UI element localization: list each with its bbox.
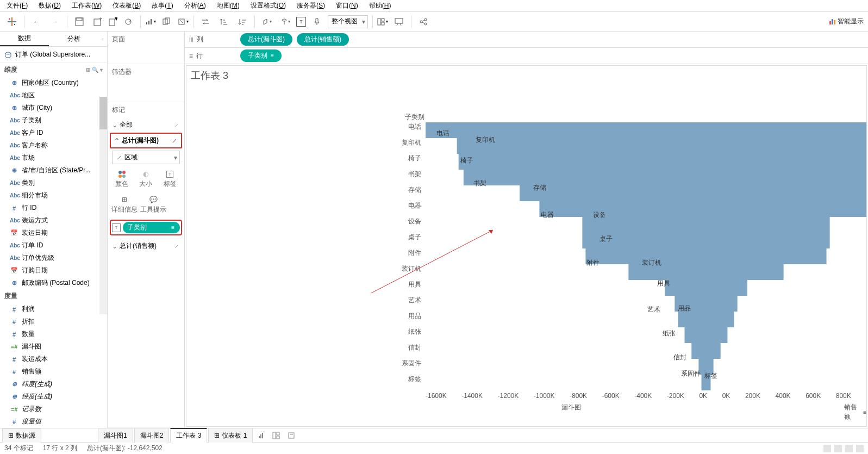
new-story-icon[interactable] (284, 430, 298, 441)
field-item[interactable]: Abc细分市场 (0, 189, 107, 202)
sort-desc-icon[interactable] (235, 14, 250, 29)
mark-color[interactable]: 颜色 (115, 170, 128, 189)
view-icon[interactable] (834, 445, 842, 452)
sheet-tab[interactable]: 漏斗图2 (134, 428, 170, 443)
label-icon[interactable]: T (296, 17, 306, 27)
swap-icon[interactable] (198, 14, 213, 29)
rows-shelf[interactable]: ≡行 子类别≡ (185, 48, 868, 64)
view-icon[interactable] (823, 445, 831, 452)
field-item[interactable]: Abc订单 ID (0, 239, 107, 252)
field-item[interactable]: Abc装运方式 (0, 214, 107, 227)
sheet-tab[interactable]: 工作表 3 (170, 428, 207, 443)
field-item[interactable]: #数量 (0, 328, 107, 340)
field-item[interactable]: Abc地区 (0, 89, 107, 102)
marks-funnel[interactable]: ⌃总计(漏斗图)⟋ (114, 136, 178, 145)
field-item[interactable]: #销售额 (0, 365, 107, 378)
mark-size[interactable]: ◐大小 (139, 170, 152, 189)
mark-detail[interactable]: ⊞详细信息 (111, 195, 138, 214)
forward-button[interactable]: → (47, 14, 63, 29)
field-item[interactable]: =#记录数 (0, 403, 107, 415)
funnel-data-label: 书架 (473, 179, 486, 188)
field-item[interactable]: ⊕纬度(生成) (0, 378, 107, 390)
main-area: 数据 分析 ◦ 订单 (Global Superstore... 维度 ⊞ 🔍 … (0, 32, 868, 428)
funnel-data-label: 设备 (593, 210, 606, 220)
field-item[interactable]: Abc客户 ID (0, 127, 107, 139)
mark-pill-subcategory[interactable]: T 子类别≡ (110, 220, 182, 235)
menu-o[interactable]: 设置格式(O) (246, 0, 290, 11)
new-datasource-icon[interactable]: + (90, 14, 105, 29)
field-item[interactable]: ⊕城市 (City) (0, 102, 107, 114)
save-icon[interactable] (72, 14, 87, 29)
field-item[interactable]: Abc市场 (0, 152, 107, 164)
share-icon[interactable] (416, 14, 431, 29)
field-item[interactable]: #利润 (0, 303, 107, 315)
highlight-icon[interactable]: ▾ (259, 14, 274, 29)
clear-icon[interactable]: ▾ (178, 18, 189, 26)
scrollbar[interactable] (99, 97, 107, 314)
row-pill-subcategory[interactable]: 子类别≡ (240, 49, 282, 62)
menu-a[interactable]: 分析(A) (180, 0, 210, 11)
mark-tooltip[interactable]: 💬工具提示 (140, 195, 166, 214)
new-dashboard-icon[interactable] (269, 430, 283, 441)
menu-t[interactable]: 故事(T) (147, 0, 177, 11)
field-item[interactable]: ⊕邮政编码 (Postal Code) (0, 277, 107, 289)
field-item[interactable]: ⊕经度(生成) (0, 390, 107, 403)
field-item[interactable]: Abc订单优先级 (0, 252, 107, 264)
pause-updates-icon[interactable]: ▾ (109, 17, 117, 26)
fit-select[interactable]: 整个视图 (328, 15, 368, 28)
show-cards-icon[interactable]: ▾ (377, 18, 388, 26)
menu-d[interactable]: 数据(D) (34, 0, 65, 11)
field-item[interactable]: 📅装运日期 (0, 227, 107, 239)
datasource-row[interactable]: 订单 (Global Superstore... (0, 47, 107, 63)
marks-all[interactable]: ⌄全部⟋ (108, 118, 184, 132)
new-sheet-icon[interactable]: ▾ (145, 18, 156, 26)
view-icon[interactable] (856, 445, 864, 452)
field-item[interactable]: Abc客户名称 (0, 139, 107, 152)
filters-shelf[interactable]: 筛选器 (108, 64, 184, 80)
smart-show-button[interactable]: 智能显示 (829, 17, 864, 26)
menu-s[interactable]: 服务器(S) (292, 0, 329, 11)
viz-canvas[interactable]: 工作表 3 子类别 电话复印机椅子书架存储电器设备桌子附件装订机用具艺术用品纸张… (186, 65, 867, 427)
duplicate-icon[interactable] (159, 14, 174, 29)
menu-m[interactable]: 地图(M) (213, 0, 244, 11)
back-button[interactable]: ← (29, 14, 44, 29)
marks-sales[interactable]: ⌄总计(销售额)⟋ (108, 239, 184, 253)
columns-shelf[interactable]: iii列 总计(漏斗图) 总计(销售额) (185, 32, 868, 48)
col-pill-funnel[interactable]: 总计(漏斗图) (240, 33, 292, 46)
x-title-right: 销售额≡ (844, 403, 866, 421)
tab-datasource[interactable]: ⊞数据源 (2, 428, 41, 443)
pages-shelf[interactable]: 页面 (108, 32, 184, 47)
field-item[interactable]: 📅订购日期 (0, 264, 107, 277)
funnel-data-label: 复印机 (476, 135, 495, 145)
sort-asc-icon[interactable] (216, 14, 232, 29)
field-item[interactable]: ⊕省/市/自治区 (State/Pr... (0, 164, 107, 177)
col-pill-sales[interactable]: 总计(销售额) (297, 33, 349, 46)
mark-label[interactable]: T标签 (164, 170, 177, 189)
field-item[interactable]: #折扣 (0, 315, 107, 328)
sheet-tab[interactable]: ⊞ 仪表板 1 (208, 428, 253, 443)
new-worksheet-icon[interactable]: + (254, 430, 268, 441)
menu-f[interactable]: 文件(F) (2, 0, 32, 11)
funnel-data-label: 椅子 (460, 156, 473, 165)
field-item[interactable]: #度量值 (0, 415, 107, 428)
presentation-icon[interactable] (391, 14, 407, 29)
menu-w[interactable]: 工作表(W) (67, 0, 106, 11)
menu-b[interactable]: 仪表板(B) (108, 0, 145, 11)
field-item[interactable]: #装运成本 (0, 353, 107, 365)
field-item[interactable]: #行 ID (0, 202, 107, 214)
menu-h[interactable]: 帮助(H) (365, 0, 396, 11)
pin-icon[interactable] (309, 14, 324, 29)
view-icon[interactable] (845, 445, 853, 452)
field-item[interactable]: ⊕国家/地区 (Country) (0, 77, 107, 89)
menu-n[interactable]: 窗口(N) (332, 0, 363, 11)
field-item[interactable]: =#漏斗图 (0, 340, 107, 353)
field-item[interactable]: Abc子类别 (0, 114, 107, 127)
tab-data[interactable]: 数据 (0, 32, 49, 46)
tab-analysis[interactable]: 分析 (49, 32, 98, 46)
separator (254, 16, 255, 28)
sheet-tab[interactable]: 漏斗图1 (98, 428, 133, 443)
refresh-icon[interactable] (121, 14, 136, 29)
field-item[interactable]: Abc类别 (0, 177, 107, 189)
group-icon[interactable]: ▾ (278, 14, 293, 29)
mark-type-select[interactable]: ⟋区域 (112, 151, 180, 164)
